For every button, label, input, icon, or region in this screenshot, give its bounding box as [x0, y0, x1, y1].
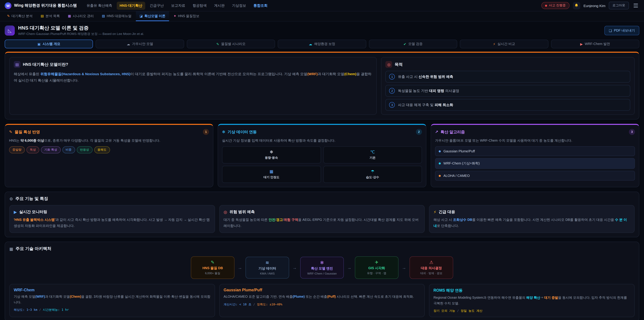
- rocket-icon: ▶: [14, 210, 17, 214]
- card-description: 가우시안 플룸/퍼프 모델 또는 WRF-Chem 수치 모델을 사용하여 대기…: [435, 138, 635, 143]
- purpose-item-text: 사고 대응 체계 구축 및 피해 최소화: [398, 103, 453, 107]
- architecture-section: ▦ 주요 기술 아키텍처 ✎ HNS 물질 DB 6,000+ 물질 → ≋ 기…: [5, 242, 639, 320]
- card-number-badge: 2: [416, 129, 422, 135]
- text-segment: +: [540, 296, 544, 299]
- pdf-export-label: PDF 내보내기: [614, 28, 635, 33]
- feature-title: 실시간 모니터링: [19, 209, 47, 214]
- text-segment: 의사결정: [444, 88, 459, 93]
- nav-item-reports[interactable]: 보고자료: [168, 2, 188, 10]
- section-tab-marine-correction[interactable]: ☁해양환경 보정: [278, 40, 366, 48]
- section-tab-realtime-comparison[interactable]: ⚡실시간 비교: [460, 40, 548, 48]
- metric-separator: /: [38, 308, 43, 311]
- nav-item-air-search[interactable]: 항공탐색: [190, 2, 210, 10]
- app-root: W Wing 해양환경 위기대응 통합시스템 유출유 확산예측 HNS·대기확산…: [0, 0, 644, 320]
- tab-scenario-management[interactable]: ▦시나리오 관리: [64, 12, 98, 21]
- tech-card-title: Gaussian Plume/Puff: [224, 288, 420, 292]
- list-icon: ▤: [40, 14, 44, 18]
- chart-icon: ▦: [270, 169, 273, 174]
- card-title: 물질 특성 반영: [14, 129, 40, 134]
- folder-icon: ▦: [68, 14, 71, 18]
- algorithm-list: Gaussian Plume/Puff WRF-Chem (기상+화학) ALO…: [435, 146, 635, 181]
- weather-cell-humidity: ☂습도·강수: [323, 166, 422, 183]
- tech-card-body: ALOHA/CAMEO 표준 알고리즘 기반. 연속 배출(Plume) 또는 …: [224, 294, 420, 299]
- arrow-right-icon: →: [347, 265, 352, 270]
- purpose-title: 목적: [394, 62, 403, 67]
- text-segment: 또는 순간 배출: [305, 295, 327, 298]
- text-segment: Regional Ocean Modeling System과 연동하여 해수면…: [434, 296, 526, 299]
- logout-button[interactable]: 로그아웃: [609, 2, 629, 10]
- tech-card-metrics: 계산시간: < 10 초 / 정확도: ±10~40%: [224, 302, 420, 306]
- purpose-item-text: 독성물질 농도 기반 대피 명령 의사결정: [398, 88, 459, 93]
- section-tab-label: WRF-Chem 발전: [585, 42, 610, 46]
- features-section: ⚙ 주요 기능 및 특징 ▶실시간 모니터링 'HNS 유출 블랙박스 시스템'…: [5, 192, 639, 237]
- section-tab-bar: ▣시스템 개요 ☁가우시안 모델 ✎물질별 시나리오 ☁해양환경 보정 ✔모델 …: [0, 39, 644, 48]
- nav-item-hns-air-diffusion[interactable]: HNS·대기확산: [116, 2, 145, 10]
- text-highlight: (Puff): [327, 295, 336, 298]
- flow-node-subtitle: 6,000+ 물질: [205, 271, 220, 275]
- card-diffusion-algorithms: ↗ 확산 알고리즘 3 가우시안 플룸/퍼프 모델 또는 WRF-Chem 수치…: [431, 124, 639, 187]
- tab-analysis-list[interactable]: ▤분석 목록: [37, 12, 64, 21]
- card-number-badge: 1: [203, 129, 209, 135]
- tab-hns-substance-info[interactable]: ✦HNS 물질정보: [170, 12, 203, 21]
- section-tab-system-overview[interactable]: ▣시스템 개요: [5, 40, 93, 48]
- nav-item-integrated-search[interactable]: 통합조회: [250, 2, 270, 10]
- weather-cell-temperature: ℃기온: [323, 146, 422, 163]
- pdf-export-button[interactable]: ❏ PDF 내보내기: [604, 26, 640, 35]
- metric-value: 장기 모의 가능: [434, 309, 455, 312]
- card-description: 실시간 기상 정보를 입력 데이터로 사용하여 확산 방향과 속도를 결정합니다…: [222, 138, 422, 143]
- architecture-cards: WRF-Chem 기상 예측 모델(WRF)과 대기화학 모델(Chem)을 결…: [10, 284, 634, 317]
- weather-cell-wind: ✻풍향·풍속: [222, 146, 321, 163]
- flow-node-title: 확산 모델 엔진: [311, 266, 333, 271]
- tab-label: 확산모델 이론: [144, 14, 166, 18]
- arrow-right-icon: →: [292, 265, 297, 270]
- nav-item-board[interactable]: 게시판: [211, 2, 228, 10]
- text-segment: 시나리오 선택. 빠른 계산 속도로 초기 대응에 최적화.: [336, 295, 414, 298]
- thermometer-icon: ℃: [370, 150, 375, 154]
- hamburger-menu-icon[interactable]: [632, 3, 639, 9]
- nav-item-emergency-rescue[interactable]: 긴급구난: [146, 2, 167, 10]
- text-highlight: (Chem): [70, 295, 81, 298]
- text-segment: ALOHA/CAMEO 표준 알고리즘 기반. 연속 배출: [224, 295, 293, 298]
- wind-icon: ✻: [222, 130, 225, 134]
- purpose-item: 3 사고 대응 체계 구축 및 피해 최소화: [386, 99, 630, 111]
- notification-bell-icon[interactable]: [573, 2, 580, 9]
- text-segment: 사고 대응 체계 구축 및: [398, 103, 434, 107]
- card-title: 기상 데이터 연동: [228, 129, 257, 134]
- feature-title: 긴급 대응: [439, 209, 455, 214]
- section-tab-label: 모델 검증: [408, 42, 422, 46]
- tab-diffusion-model-theory[interactable]: ◪확산모델 이론: [136, 12, 169, 21]
- tech-card-roms: ROMS 해양 연동 Regional Ocean Modeling Syste…: [429, 284, 634, 317]
- algorithm-label: WRF-Chem (기상+화학): [444, 161, 480, 166]
- tab-hns-response-manual[interactable]: ▧HNS 대응매뉴얼: [98, 12, 135, 21]
- tab-air-diffusion-analysis[interactable]: ✎대기확산 분석: [3, 12, 36, 21]
- book-icon: ▤: [14, 61, 20, 68]
- section-tab-wrf-chem-evolution[interactable]: ▶WRF-Chem 발전: [551, 40, 639, 48]
- about-panel: ▤ HNS 대기확산 모델이란? 해상에서 유출된 위험유해물질(Hazardo…: [10, 57, 377, 115]
- purpose-item-text: 유출 사고 시 신속한 위험 범위 예측: [398, 74, 453, 79]
- brand: W Wing 해양환경 위기대응 통합시스템: [5, 2, 77, 9]
- lightning-icon: ⚡: [434, 210, 436, 214]
- purpose-item: 1 유출 사고 시 신속한 위험 범위 예측: [386, 71, 630, 83]
- card-number-badge: 3: [629, 129, 635, 135]
- alert-icon: ⚠: [429, 260, 433, 265]
- step-number-badge: 1: [389, 74, 395, 80]
- page-title: HNS 대기확산 모델 이론 및 검증: [18, 25, 144, 31]
- text-segment: 를 이용한 빠른 예측 기술을 포함합니다. 사전 계산된 시나리오 DB를 활…: [472, 218, 615, 221]
- about-text-segment: 해상에서 유출된: [14, 72, 40, 76]
- nav-item-oil-diffusion[interactable]: 유출유 확산예측: [84, 2, 115, 10]
- rocket-icon: ▶: [580, 42, 582, 46]
- nav-item-weather-info[interactable]: 기상정보: [229, 2, 249, 10]
- trend-icon: ↗: [435, 130, 438, 134]
- about-title: HNS 대기확산 모델이란?: [23, 62, 68, 67]
- section-tab-substance-scenarios[interactable]: ✎물질별 시나리오: [187, 40, 275, 48]
- section-tab-label: 가우시안 모델: [132, 42, 153, 46]
- arrow-right-icon: →: [402, 265, 406, 270]
- card-substance-characteristics: ✎ 물질 특성 반영 1 HNS는 약 6,000종 이상으로, 종류가 매우 …: [5, 124, 213, 187]
- section-tab-gaussian-model[interactable]: ☁가우시안 모델: [96, 40, 184, 48]
- flow-node-title: HNS 물질 DB: [202, 266, 223, 270]
- page-header-titles: HNS 대기확산 모델 이론 및 검증 WRF-Chem·Gaussian Pl…: [18, 25, 144, 36]
- brand-prefix: Wing: [14, 3, 24, 8]
- tech-card-title: ROMS 해양 연동: [434, 288, 630, 293]
- flask-icon: ✦: [174, 14, 176, 18]
- section-tab-model-validation[interactable]: ✔모델 검증: [369, 40, 457, 48]
